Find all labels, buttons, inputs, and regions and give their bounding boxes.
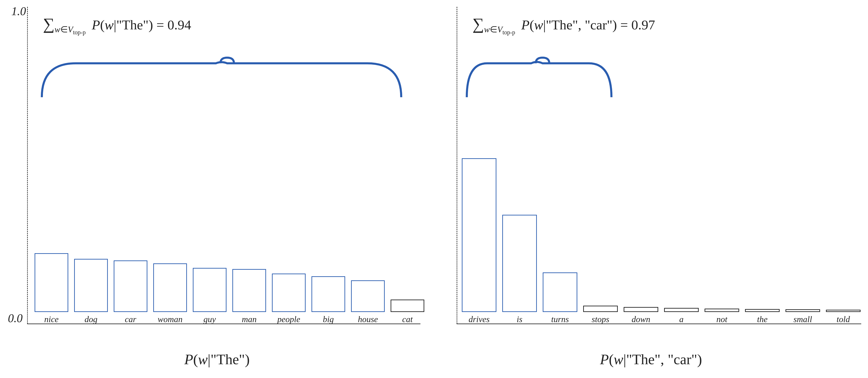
bar-turns [543, 273, 577, 312]
bar-group-told: told [823, 310, 864, 324]
left-prob-expr: P(w|"The") = 0.94 [92, 18, 191, 32]
label-down: down [631, 314, 650, 324]
bar-group-nice: nice [32, 253, 71, 324]
label-people: people [277, 314, 300, 324]
label-man: man [242, 314, 256, 324]
bar-group-a: a [661, 308, 702, 324]
left-sum-symbol: ∑ [43, 15, 55, 33]
left-chart: 1.0 0.0 ∑w∈Vtop-p P(w|"The") = 0.94 nice… [0, 0, 434, 378]
bar-group-cat: cat [388, 300, 427, 324]
bar-group-big: big [309, 276, 348, 324]
bar-group-not: not [702, 309, 742, 324]
left-formula: ∑w∈Vtop-p P(w|"The") = 0.94 [43, 15, 191, 36]
bar-group-down: down [621, 307, 661, 324]
bar-big [311, 276, 345, 312]
label-cat: cat [402, 314, 412, 324]
bar-group-woman: woman [150, 263, 190, 324]
bar-man [232, 269, 266, 312]
right-formula: ∑w∈Vtop-p P(w|"The", "car") = 0.97 [472, 15, 655, 36]
left-y-bottom-label: 0.0 [8, 312, 23, 325]
bar-group-the: the [742, 309, 782, 324]
label-stops: stops [592, 314, 609, 324]
label-drives: drives [469, 314, 490, 324]
bar-group-house: house [348, 280, 388, 324]
bar-woman [153, 263, 187, 312]
right-brace [460, 57, 618, 106]
left-y-axis [27, 7, 28, 324]
bar-group-car: car [111, 260, 150, 324]
bar-nice [35, 253, 68, 312]
right-prob-expr: P(w|"The", "car") = 0.97 [521, 18, 655, 32]
bar-stops [583, 306, 618, 312]
right-y-axis [457, 7, 457, 324]
bar-small [785, 309, 820, 312]
label-told: told [837, 314, 850, 324]
right-sum-symbol: ∑ [472, 15, 484, 33]
bar-group-drives: drives [459, 158, 499, 324]
bar-group-small: small [782, 309, 823, 324]
right-subscript: w∈Vtop-p [484, 25, 515, 34]
label-the: the [757, 314, 767, 324]
right-x-label: P(w|"The", "car") [434, 351, 868, 368]
left-subscript: w∈Vtop-p [55, 25, 86, 34]
bar-told [826, 310, 860, 312]
right-bars-area: drives is turns stops down a [459, 158, 864, 324]
bar-a [664, 308, 699, 312]
bar-the [745, 309, 779, 312]
label-house: house [358, 314, 378, 324]
bar-is [502, 215, 537, 312]
label-big: big [323, 314, 334, 324]
label-woman: woman [158, 314, 183, 324]
bar-down [624, 307, 658, 312]
bar-drives [462, 158, 496, 312]
bar-house [351, 280, 385, 312]
bar-dog [74, 259, 108, 312]
left-y-top-label: 1.0 [11, 4, 26, 18]
chart-container: 1.0 0.0 ∑w∈Vtop-p P(w|"The") = 0.94 nice… [0, 0, 868, 378]
label-nice: nice [44, 314, 59, 324]
bar-people [272, 274, 306, 312]
bar-group-stops: stops [580, 306, 621, 324]
bar-guy [193, 268, 226, 312]
label-a: a [679, 314, 684, 324]
label-not: not [716, 314, 727, 324]
label-dog: dog [85, 314, 97, 324]
left-x-label: P(w|"The") [0, 351, 434, 368]
label-turns: turns [551, 314, 569, 324]
bar-group-man: man [229, 269, 269, 324]
bar-cat [391, 300, 424, 312]
label-is: is [517, 314, 522, 324]
bar-not [705, 309, 739, 312]
bar-group-people: people [269, 274, 309, 324]
bar-group-guy: guy [190, 268, 229, 324]
left-bars-area: nice dog car woman guy man [32, 253, 427, 324]
bar-group-is: is [499, 215, 540, 324]
label-car: car [125, 314, 136, 324]
bar-car [114, 260, 147, 312]
left-brace [35, 57, 408, 106]
label-small: small [794, 314, 812, 324]
bar-group-dog: dog [71, 259, 111, 324]
right-chart: ∑w∈Vtop-p P(w|"The", "car") = 0.97 drive… [434, 0, 868, 378]
bar-group-turns: turns [540, 273, 580, 324]
label-guy: guy [204, 314, 216, 324]
